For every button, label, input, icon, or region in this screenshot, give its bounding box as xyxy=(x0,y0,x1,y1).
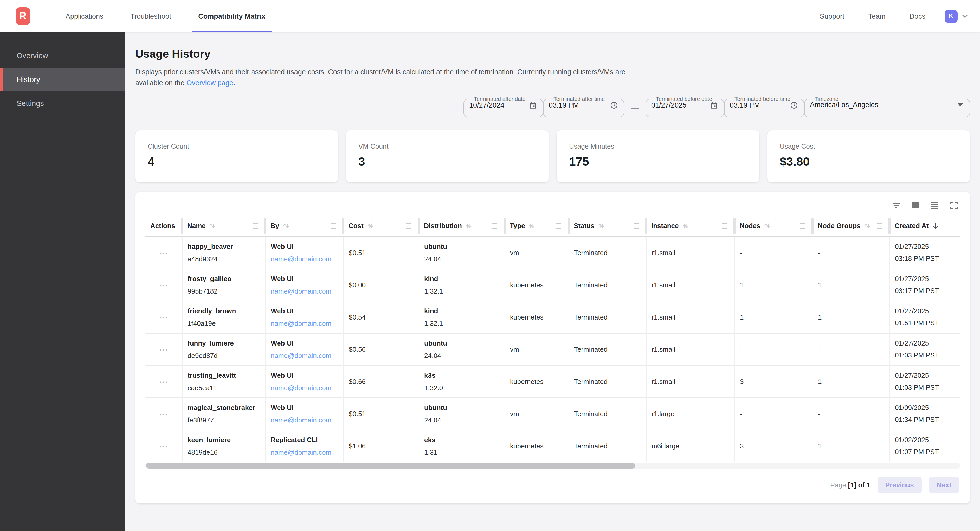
sort-icon[interactable] xyxy=(209,222,216,230)
cell-nodes: - xyxy=(735,398,813,430)
replicated-logo[interactable]: R xyxy=(16,7,30,25)
stat-label: Usage Cost xyxy=(780,143,958,150)
cell-distribution: k3s1.32.0 xyxy=(419,365,504,398)
stat-card-cluster-count: Cluster Count 4 xyxy=(135,130,338,182)
previous-page-button[interactable]: Previous xyxy=(878,477,922,493)
field-value[interactable]: America/Los_Angeles xyxy=(810,101,878,109)
email-link[interactable]: name@domain.com xyxy=(271,255,331,263)
sidebar-item-history[interactable]: History xyxy=(0,68,125,92)
columns-icon[interactable] xyxy=(910,200,921,211)
cell-type: vm xyxy=(504,236,568,269)
calendar-icon[interactable] xyxy=(710,101,718,109)
sort-icon[interactable] xyxy=(367,222,374,230)
row-actions-button[interactable]: ••• xyxy=(160,282,168,288)
cell-name: keen_lumiere4819de16 xyxy=(182,430,265,462)
column-menu-icon[interactable] xyxy=(253,223,258,229)
sort-icon[interactable] xyxy=(597,222,605,230)
field-value[interactable]: 03:19 PM xyxy=(549,101,579,109)
email-link[interactable]: name@domain.com xyxy=(271,416,331,424)
row-actions-button[interactable]: ••• xyxy=(160,315,168,320)
terminated-after-time-field[interactable]: Terminated after time 03:19 PM xyxy=(543,96,624,117)
nav-link-team[interactable]: Team xyxy=(856,12,897,20)
row-actions-button[interactable]: ••• xyxy=(160,444,168,449)
cell-cost: $0.56 xyxy=(343,333,419,365)
created-time: 01:03 PM PST xyxy=(895,384,958,391)
sort-icon[interactable] xyxy=(764,222,771,230)
cell-node-groups: 1 xyxy=(813,430,889,462)
field-value[interactable]: 03:19 PM xyxy=(730,101,760,109)
calendar-icon[interactable] xyxy=(528,101,537,109)
stat-value: 175 xyxy=(569,155,747,169)
tab-troubleshoot[interactable]: Troubleshoot xyxy=(117,0,185,32)
column-menu-icon[interactable] xyxy=(722,223,727,229)
timezone-select[interactable]: Timezone America/Los_Angeles xyxy=(804,96,970,117)
sidebar-item-overview[interactable]: Overview xyxy=(0,44,125,68)
scrollbar-thumb[interactable] xyxy=(146,463,635,469)
chevron-down-icon[interactable] xyxy=(961,13,969,20)
column-header-distribution[interactable]: Distribution xyxy=(419,216,504,236)
sort-icon[interactable] xyxy=(465,222,473,230)
column-header-name[interactable]: Name xyxy=(182,216,265,236)
column-menu-icon[interactable] xyxy=(556,223,561,229)
field-value[interactable]: 01/27/2025 xyxy=(651,101,686,109)
column-label: Instance xyxy=(651,222,679,230)
sort-icon[interactable] xyxy=(682,222,689,230)
sort-icon[interactable] xyxy=(864,222,871,230)
stat-card-vm-count: VM Count 3 xyxy=(346,130,549,182)
terminated-before-time-field[interactable]: Terminated before time 03:19 PM xyxy=(724,96,804,117)
row-actions-button[interactable]: ••• xyxy=(160,379,168,385)
clock-icon[interactable] xyxy=(790,101,799,109)
terminated-after-date-field[interactable]: Terminated after date 10/27/2024 xyxy=(463,96,543,117)
row-actions-button[interactable]: ••• xyxy=(160,250,168,256)
table-row: •••frosty_galileo995b7182Web UIname@doma… xyxy=(145,269,960,301)
email-link[interactable]: name@domain.com xyxy=(271,384,331,392)
distribution-version: 1.32.1 xyxy=(424,319,500,327)
distribution-name: k3s xyxy=(424,371,500,379)
density-icon[interactable] xyxy=(929,200,940,211)
next-page-button[interactable]: Next xyxy=(929,477,959,493)
clock-icon[interactable] xyxy=(609,101,619,109)
horizontal-scrollbar[interactable] xyxy=(145,463,960,469)
sort-icon[interactable] xyxy=(528,222,536,230)
email-link[interactable]: name@domain.com xyxy=(271,352,331,359)
email-link[interactable]: name@domain.com xyxy=(271,287,331,295)
avatar[interactable]: K xyxy=(945,10,958,22)
cell-instance: m6i.large xyxy=(646,430,735,462)
sort-icon[interactable] xyxy=(282,222,290,230)
sort-desc-icon[interactable] xyxy=(932,222,940,230)
nav-link-docs[interactable]: Docs xyxy=(897,12,937,20)
row-actions-button[interactable]: ••• xyxy=(160,411,168,417)
column-menu-icon[interactable] xyxy=(492,223,497,229)
column-menu-icon[interactable] xyxy=(406,223,412,229)
column-label: Created At xyxy=(895,222,929,230)
column-header-status[interactable]: Status xyxy=(568,216,646,236)
cell-actions: ••• xyxy=(145,269,182,301)
cluster-name: frosty_galileo xyxy=(188,274,261,282)
column-menu-icon[interactable] xyxy=(877,223,882,229)
column-header-instance[interactable]: Instance xyxy=(646,216,735,236)
table-toolbar xyxy=(145,198,960,216)
email-link[interactable]: name@domain.com xyxy=(271,449,331,456)
column-menu-icon[interactable] xyxy=(331,223,336,229)
column-menu-icon[interactable] xyxy=(633,223,639,229)
fullscreen-icon[interactable] xyxy=(949,200,959,211)
overview-page-link[interactable]: Overview page xyxy=(186,79,233,87)
sidebar-item-settings[interactable]: Settings xyxy=(0,92,125,115)
column-menu-icon[interactable] xyxy=(800,223,805,229)
tab-compatibility-matrix[interactable]: Compatibility Matrix xyxy=(185,0,279,32)
column-header-cost[interactable]: Cost xyxy=(343,216,419,236)
tab-applications[interactable]: Applications xyxy=(52,0,117,32)
cell-by: Web UIname@domain.com xyxy=(265,269,343,301)
distribution-version: 1.32.0 xyxy=(424,384,500,392)
filter-icon[interactable] xyxy=(891,200,902,211)
dropdown-arrow-icon[interactable] xyxy=(958,103,963,106)
email-link[interactable]: name@domain.com xyxy=(271,319,331,327)
column-header-node-groups[interactable]: Node Groups xyxy=(813,216,889,236)
column-header-by[interactable]: By xyxy=(265,216,343,236)
column-header-type[interactable]: Type xyxy=(504,216,568,236)
field-value[interactable]: 10/27/2024 xyxy=(469,101,504,109)
nav-link-support[interactable]: Support xyxy=(808,12,856,20)
row-actions-button[interactable]: ••• xyxy=(160,347,168,352)
column-header-nodes[interactable]: Nodes xyxy=(735,216,813,236)
terminated-before-date-field[interactable]: Terminated before date 01/27/2025 xyxy=(646,96,724,117)
